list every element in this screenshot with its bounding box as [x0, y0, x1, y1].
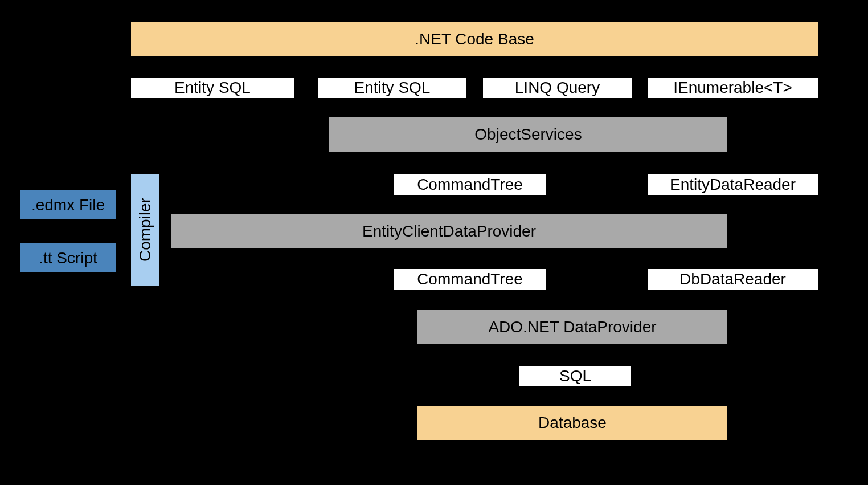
command-tree-a: CommandTree — [393, 173, 547, 196]
ado-net-dataprovider-layer: ADO.NET DataProvider — [416, 309, 728, 345]
command-tree-b-label: CommandTree — [417, 270, 523, 288]
entity-sql-left-label: Entity SQL — [174, 79, 251, 97]
db-data-reader: DbDataReader — [646, 268, 819, 291]
command-tree-a-label: CommandTree — [417, 176, 523, 194]
entity-sql-left: Entity SQL — [130, 76, 295, 99]
entity-client-data-provider-layer: EntityClientDataProvider — [170, 213, 728, 250]
sql-box: SQL — [518, 365, 632, 388]
object-services-layer: ObjectServices — [328, 116, 728, 153]
database-label: Database — [538, 414, 607, 432]
linq-query: LINQ Query — [482, 76, 633, 99]
compiler-label: Compiler — [136, 198, 154, 262]
edmx-file-label: .edmx File — [31, 196, 105, 214]
net-code-base-layer: .NET Code Base — [130, 21, 819, 58]
db-data-reader-label: DbDataReader — [679, 270, 786, 288]
entity-data-reader-label: EntityDataReader — [670, 176, 796, 194]
edmx-file: .edmx File — [19, 189, 117, 221]
ado-net-dataprovider-label: ADO.NET DataProvider — [488, 318, 656, 336]
tt-script-label: .tt Script — [39, 249, 97, 267]
compiler-box: Compiler — [130, 173, 160, 287]
entity-sql-right-label: Entity SQL — [354, 79, 431, 97]
object-services-label: ObjectServices — [474, 125, 582, 144]
ienumerable-t-label: IEnumerable<T> — [673, 79, 792, 97]
command-tree-b: CommandTree — [393, 268, 547, 291]
linq-query-label: LINQ Query — [515, 79, 600, 97]
net-code-base-label: .NET Code Base — [415, 30, 534, 48]
tt-script: .tt Script — [19, 242, 117, 274]
entity-sql-right: Entity SQL — [317, 76, 468, 99]
sql-label: SQL — [559, 367, 591, 385]
entity-client-data-provider-label: EntityClientDataProvider — [362, 222, 536, 241]
database-layer: Database — [416, 405, 728, 441]
ienumerable-t: IEnumerable<T> — [646, 76, 819, 99]
entity-data-reader: EntityDataReader — [646, 173, 819, 196]
